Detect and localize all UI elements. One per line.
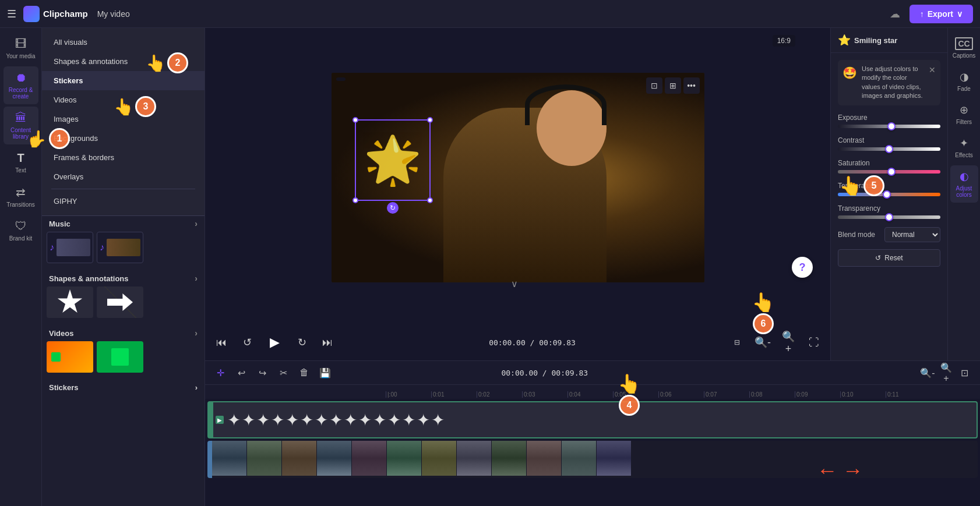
- menu-videos[interactable]: Videos: [42, 90, 205, 109]
- sidebar-item-transitions[interactable]: ⇄ Transitions: [3, 181, 38, 213]
- redo-button[interactable]: ↪: [254, 365, 270, 381]
- resize-handle-br[interactable]: [427, 197, 433, 203]
- exposure-slider-thumb[interactable]: [887, 122, 896, 130]
- playback-skip-forward-button[interactable]: ⏭: [318, 333, 337, 352]
- star-15: ✦: [431, 411, 445, 430]
- stickers-section-header: Stickers ›: [47, 380, 200, 395]
- zoom-out-timeline-button[interactable]: 🔍-: [919, 365, 936, 381]
- fullscreen-tool-button[interactable]: ⊞: [665, 77, 681, 94]
- music-thumb-2[interactable]: ♪: [97, 232, 143, 263]
- sidebar-item-brand[interactable]: 🛡 Brand kit: [3, 215, 38, 246]
- fit-timeline-button[interactable]: ⊡: [957, 365, 973, 381]
- export-button[interactable]: ↑ Export ∨: [910, 5, 973, 23]
- video-track-content[interactable]: [212, 441, 978, 478]
- add-media-button[interactable]: ✛: [212, 365, 228, 381]
- shape-thumb-arrow[interactable]: [97, 286, 143, 318]
- undo-button[interactable]: ↩: [233, 365, 249, 381]
- videos-arrow[interactable]: ›: [195, 328, 198, 338]
- music-thumb-1[interactable]: ♪: [47, 232, 93, 263]
- video-preview[interactable]: 🌟 ↻ ⊡ ⊞: [332, 73, 704, 282]
- sticker-rotate-handle[interactable]: ↻: [387, 202, 399, 214]
- exposure-slider-track[interactable]: [838, 125, 940, 128]
- play-button[interactable]: ▶: [263, 331, 285, 353]
- sticker-name-row: ⭐ Smiling star: [831, 28, 947, 53]
- menu-all-visuals[interactable]: All visuals: [42, 33, 205, 52]
- menu-shapes[interactable]: Shapes & annotations: [42, 52, 205, 71]
- zoom-in-timeline-button[interactable]: 🔍+: [938, 365, 954, 381]
- panel-chevron-down[interactable]: ∨: [511, 278, 518, 289]
- menu-backgrounds[interactable]: Backgrounds: [42, 129, 205, 148]
- star-7: ✦: [315, 411, 328, 430]
- stickers-arrow[interactable]: ›: [195, 383, 198, 392]
- menu-frames[interactable]: Frames & borders: [42, 148, 205, 167]
- temperature-slider-track[interactable]: [838, 193, 940, 196]
- shape-thumb-burst[interactable]: [47, 286, 93, 318]
- tab-effects[interactable]: ✦ Effects: [950, 132, 978, 163]
- temperature-slider-thumb[interactable]: [883, 190, 891, 199]
- playback-rewind-button[interactable]: ↺: [238, 333, 256, 352]
- fullscreen-preview-button[interactable]: ⛶: [805, 333, 823, 352]
- vf-12: [597, 441, 632, 476]
- sidebar-item-label: Transitions: [6, 201, 35, 208]
- sticker-star-emoji: 🌟: [364, 133, 422, 187]
- saturation-slider-thumb[interactable]: [887, 168, 896, 176]
- resize-handle-tl[interactable]: [352, 117, 358, 123]
- playback-caption-button[interactable]: ⊟: [728, 333, 746, 352]
- saturation-slider-track[interactable]: [838, 170, 940, 174]
- contrast-slider-track[interactable]: [838, 147, 940, 151]
- zoom-in-preview-button[interactable]: 🔍+: [779, 333, 798, 352]
- sticker-track-content[interactable]: ▶ ✦ ✦ ✦ ✦ ✦ ✦ ✦ ✦ ✦ ✦ ✦: [212, 401, 978, 438]
- video-thumb-2[interactable]: [97, 341, 143, 373]
- tab-filters[interactable]: ⊕ Filters: [950, 99, 978, 130]
- tab-adjust-colors[interactable]: ◐ Adjustcolors: [950, 165, 978, 203]
- sidebar-item-content[interactable]: 🏛 Contentlibrary: [3, 107, 38, 144]
- menu-stickers[interactable]: Stickers: [42, 71, 205, 90]
- zoom-out-preview-button[interactable]: 🔍-: [753, 333, 772, 352]
- filters-icon: ⊕: [960, 104, 968, 116]
- blend-mode-row: Blend mode Normal Multiply Screen Overla…: [838, 227, 940, 242]
- menu-overlays[interactable]: Overlays: [42, 167, 205, 186]
- ruler-mark-7: 0:07: [704, 391, 749, 398]
- reset-button[interactable]: ↺ Reset: [838, 249, 940, 267]
- playback-forward-button[interactable]: ↻: [292, 333, 311, 352]
- save-snapshot-button[interactable]: 💾: [317, 365, 333, 381]
- sidebar-item-your-media[interactable]: 🎞 Your media: [3, 33, 38, 64]
- menu-images[interactable]: Images: [42, 109, 205, 129]
- video-background: 🌟 ↻: [332, 73, 704, 282]
- logo-icon: [23, 6, 40, 22]
- adjust-colors-label: Adjustcolors: [956, 185, 972, 198]
- sticker-element[interactable]: 🌟 ↻: [355, 119, 431, 201]
- sidebar-item-text[interactable]: T Text: [3, 147, 38, 178]
- blend-mode-select[interactable]: Normal Multiply Screen Overlay: [884, 227, 940, 242]
- more-options-button[interactable]: •••: [683, 77, 700, 94]
- transparency-slider-thumb[interactable]: [885, 213, 893, 221]
- help-button[interactable]: ?: [792, 257, 813, 278]
- your-media-icon: 🎞: [15, 37, 27, 51]
- sticker-timeline-track: ▶ ✦ ✦ ✦ ✦ ✦ ✦ ✦ ✦ ✦ ✦ ✦: [207, 401, 978, 438]
- music-arrow[interactable]: ›: [195, 219, 198, 228]
- sidebar-item-record[interactable]: ⏺ Record &create: [3, 66, 38, 104]
- playback-skip-back-button[interactable]: ⏮: [212, 333, 231, 352]
- menu-giphy[interactable]: GIPHY: [42, 192, 205, 211]
- record-icon: ⏺: [15, 71, 27, 84]
- resize-handle-bl[interactable]: [352, 197, 358, 203]
- aspect-ratio-badge: [336, 77, 346, 81]
- resize-handle-tr[interactable]: [427, 117, 433, 123]
- cut-button[interactable]: ✂: [275, 365, 291, 381]
- video-thumb-1[interactable]: [47, 341, 93, 373]
- star-5: ✦: [285, 411, 299, 430]
- shapes-arrow[interactable]: ›: [195, 274, 198, 283]
- tab-captions[interactable]: CC Captions: [950, 33, 978, 63]
- waveform-1: [57, 239, 90, 256]
- tab-fade[interactable]: ◑ Fade: [950, 66, 978, 97]
- ruler-mark-1: 0:01: [431, 391, 477, 398]
- info-close-button[interactable]: ✕: [929, 65, 936, 76]
- delete-button[interactable]: 🗑: [296, 365, 312, 381]
- content-panel: All Audio ▾ Visuals All visuals Shapes &…: [42, 28, 205, 506]
- video-timeline-track: [207, 441, 978, 478]
- resize-tool-button[interactable]: ⊡: [646, 77, 662, 94]
- contrast-slider-thumb[interactable]: [885, 145, 893, 153]
- hamburger-icon[interactable]: ☰: [7, 8, 16, 20]
- video-title[interactable]: My video: [97, 9, 130, 19]
- transparency-slider-track[interactable]: [838, 215, 940, 219]
